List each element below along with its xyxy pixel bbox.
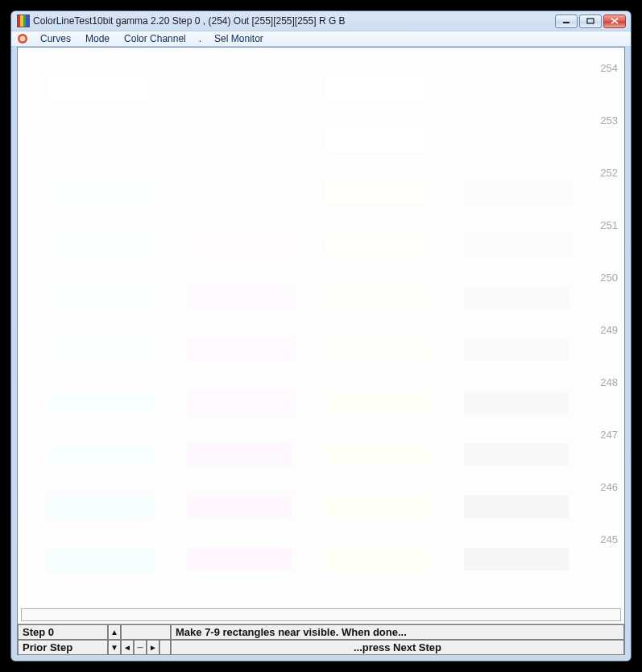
swatch-row: 248 [48, 376, 602, 429]
color-swatch [325, 496, 430, 518]
swatch-row: 253 [48, 114, 602, 167]
nav-right-button[interactable]: ► [147, 640, 159, 655]
swatch-row: 246 [48, 481, 602, 533]
prior-step-button[interactable]: Prior Step [18, 640, 108, 655]
swatch-row: 247 [48, 429, 602, 481]
color-swatch [325, 286, 430, 309]
color-swatch [187, 391, 292, 413]
maximize-icon [586, 18, 594, 24]
color-swatch [464, 77, 569, 99]
color-swatch [325, 338, 430, 361]
color-swatch [464, 181, 569, 204]
step-label: Step 0 [18, 624, 108, 640]
swatch-row: 245 [48, 533, 602, 586]
menu-mode[interactable]: Mode [79, 32, 116, 45]
color-swatch [187, 77, 292, 99]
color-swatch [325, 234, 430, 256]
color-swatch [187, 181, 292, 204]
color-swatch [325, 181, 430, 204]
nav-left-button[interactable]: ◄ [121, 640, 134, 655]
color-swatch [464, 234, 569, 256]
maximize-button[interactable] [579, 15, 602, 28]
swatch-row: 249 [48, 324, 602, 376]
swatch-grid: 254253252251250249248247246245 [18, 62, 624, 596]
close-button[interactable] [603, 15, 626, 28]
color-swatch [464, 286, 569, 309]
up-arrow-icon: ▲ [110, 628, 118, 637]
window-title: ColorLineTest10bit gamma 2.20 Step 0 , (… [33, 15, 555, 27]
footer-spacer-bottom [159, 640, 171, 655]
color-swatch [48, 548, 153, 570]
color-swatch [48, 338, 153, 361]
color-swatch [187, 338, 292, 361]
color-swatch [464, 443, 569, 466]
menu-color-channel[interactable]: Color Channel [118, 32, 193, 45]
color-swatch [187, 234, 292, 256]
titlebar[interactable]: ColorLineTest10bit gamma 2.20 Step 0 , (… [11, 11, 631, 31]
color-swatch [48, 181, 153, 204]
row-value-label: 248 [600, 376, 618, 388]
color-swatch [48, 496, 153, 518]
color-swatch [48, 129, 153, 151]
swatch-row: 252 [48, 167, 602, 219]
color-swatch [325, 548, 430, 570]
svg-rect-1 [587, 19, 594, 23]
menu-curves[interactable]: Curves [34, 32, 77, 45]
color-swatch [464, 496, 569, 518]
color-swatch [48, 234, 153, 256]
instruction-line-1: Make 7-9 rectangles near visible. When d… [171, 624, 624, 640]
swatch-row: 250 [48, 272, 602, 324]
row-value-label: 252 [600, 167, 618, 179]
color-swatch [464, 391, 569, 413]
row-value-label: 245 [600, 533, 618, 545]
color-swatch [48, 77, 153, 99]
menubar: Curves Mode Color Channel . Sel Monitor [11, 31, 631, 47]
footer-spacer-top [121, 624, 171, 640]
menu-sel-monitor[interactable]: Sel Monitor [208, 32, 270, 45]
row-value-label: 254 [600, 62, 618, 74]
row-value-label: 253 [600, 114, 618, 127]
instruction-line-2: ...press Next Step [171, 640, 624, 655]
color-swatch [464, 548, 569, 570]
color-swatch [48, 443, 153, 466]
row-value-label: 246 [600, 481, 618, 493]
minimize-icon [562, 18, 570, 24]
window-buttons [555, 15, 626, 28]
app-icon [18, 15, 29, 27]
color-swatch [325, 391, 430, 413]
close-icon [611, 18, 619, 24]
svg-rect-0 [563, 22, 570, 23]
down-arrow-icon: ▼ [110, 644, 118, 652]
step-down-button[interactable]: ▼ [108, 640, 121, 655]
row-value-label: 250 [600, 272, 618, 284]
color-swatch [187, 443, 292, 466]
color-swatch [187, 286, 292, 309]
color-swatch [187, 548, 292, 570]
menubar-icon [16, 32, 29, 45]
swatch-row: 251 [48, 219, 602, 272]
swatch-row: 254 [48, 62, 602, 114]
color-swatch [325, 129, 430, 151]
color-swatch [48, 286, 153, 309]
row-value-label: 249 [600, 324, 618, 336]
color-swatch [464, 338, 569, 361]
step-up-button[interactable]: ▲ [108, 624, 121, 640]
menu-separator-dot: . [194, 33, 206, 44]
row-value-label: 251 [600, 219, 618, 231]
client-area: 254253252251250249248247246245 Step 0 ▲ … [17, 47, 625, 655]
color-swatch [325, 443, 430, 466]
color-swatch [48, 391, 153, 413]
minimize-button[interactable] [555, 15, 578, 28]
right-arrow-icon: ► [149, 644, 157, 652]
horizontal-scrollbar[interactable] [21, 608, 621, 621]
color-swatch [325, 77, 430, 99]
color-swatch [187, 496, 292, 518]
footer-controls: Step 0 ▲ Make 7-9 rectangles near visibl… [18, 624, 624, 654]
nav-bar-button[interactable]: ─ [134, 640, 147, 655]
color-swatch [187, 129, 292, 151]
bar-icon: ─ [137, 644, 143, 652]
row-value-label: 247 [600, 429, 618, 441]
color-swatch [464, 129, 569, 151]
window-frame: ColorLineTest10bit gamma 2.20 Step 0 , (… [10, 10, 632, 662]
left-arrow-icon: ◄ [123, 644, 131, 652]
